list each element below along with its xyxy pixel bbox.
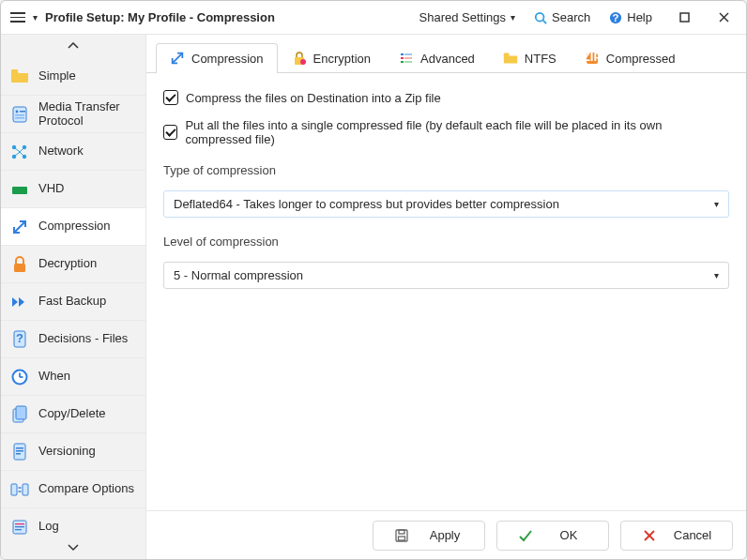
svg-rect-52 [404,57,412,59]
tab-label: Encryption [313,52,371,66]
sidebar-item-decryption[interactable]: Decryption [1,245,145,282]
network-icon [10,143,29,161]
tab-advanced[interactable]: Advanced [385,43,489,73]
svg-rect-7 [11,69,18,73]
tab-compression[interactable]: Compression [156,43,278,73]
hamburger-menu-icon[interactable] [10,12,25,23]
svg-line-23 [14,221,25,233]
sidebar-item-versioning[interactable]: Versioning [1,432,145,470]
tab-ntfs[interactable]: NTFS [489,43,571,73]
tab-label: NTFS [525,52,556,66]
vhd-icon [10,180,29,199]
checkbox-icon [163,125,177,140]
sidebar-item-log[interactable]: Log [1,507,145,537]
lock-icon [10,255,29,274]
cancel-button[interactable]: Cancel [620,521,733,551]
level-of-compression-value: 5 - Normal compression [174,268,303,282]
folder-icon [503,51,518,66]
cross-icon [642,528,657,543]
chevron-down-icon: ▾ [714,199,719,209]
sidebar-item-compare-options[interactable]: Compare Options [1,470,145,507]
svg-rect-50 [404,53,412,55]
sidebar-item-fast-backup[interactable]: Fast Backup [1,282,145,320]
search-icon [534,11,547,24]
close-button[interactable] [710,5,737,31]
ok-button[interactable]: OK [496,521,609,551]
svg-rect-59 [399,530,404,534]
sidebar-item-media-transfer-protocol[interactable]: Media Transfer Protocol [1,95,145,132]
main-panel: CompressionEncryptionAdvancedNTFSZIPComp… [146,35,746,559]
svg-rect-37 [16,453,21,455]
sidebar-item-vhd[interactable]: VHD [1,170,145,207]
sidebar-item-compression[interactable]: Compression [1,207,145,245]
help-button[interactable]: ? Help [603,7,658,28]
svg-rect-11 [15,114,24,116]
decision-icon: ? [10,330,29,349]
svg-line-21 [21,153,23,156]
svg-line-18 [15,148,19,151]
type-of-compression-value: Deflated64 - Takes longer to compress bu… [174,197,559,211]
sidebar-item-copy-delete[interactable]: Copy/Delete [1,395,145,432]
folder-icon [10,67,29,85]
svg-marker-25 [12,297,18,307]
sidebar-item-simple[interactable]: Simple [1,57,145,95]
copy-icon [10,405,29,424]
sidebar-item-label: Decryption [38,257,97,271]
svg-rect-4 [680,13,689,22]
svg-text:ZIP: ZIP [585,51,600,64]
compress-icon [170,51,185,66]
svg-rect-49 [401,53,404,55]
compression-tab-content: Compress the files on Destination into a… [146,73,746,510]
sidebar-item-label: Media Transfer Protocol [38,100,136,129]
sidebar-scroll-up[interactable] [1,35,145,57]
svg-point-9 [16,110,19,113]
svg-rect-33 [16,406,26,419]
sidebar-item-label: Network [38,144,84,159]
sidebar-item-network[interactable]: Network [1,132,145,170]
level-of-compression-label: Level of compression [163,235,729,249]
svg-rect-44 [15,526,24,527]
search-button[interactable]: Search [528,7,596,28]
chevron-down-icon[interactable]: ▾ [33,12,38,23]
tab-compressed[interactable]: ZIPCompressed [571,43,690,73]
sidebar: SimpleMedia Transfer ProtocolNetworkVHDC… [1,35,146,559]
level-of-compression-select[interactable]: 5 - Normal compression ▾ [163,262,729,289]
apply-button[interactable]: Apply [373,521,485,551]
tab-encryption[interactable]: Encryption [278,43,385,73]
log-icon [10,518,29,537]
svg-line-19 [21,148,23,151]
chevron-up-icon [68,42,79,50]
svg-rect-24 [14,264,25,272]
svg-rect-60 [399,537,405,540]
type-of-compression-label: Type of compression [163,163,729,177]
maximize-button[interactable] [671,5,697,31]
svg-rect-53 [401,61,404,63]
svg-line-46 [173,53,183,64]
cancel-label: Cancel [674,528,711,542]
svg-rect-58 [396,530,407,541]
zip-icon: ZIP [585,51,600,66]
svg-rect-12 [15,117,24,119]
help-label: Help [627,10,652,24]
sidebar-item-label: Compare Options [38,482,134,496]
svg-rect-55 [504,53,510,55]
tabs-bar: CompressionEncryptionAdvancedNTFSZIPComp… [146,35,746,73]
save-icon [394,528,409,543]
svg-rect-35 [16,447,23,449]
svg-rect-54 [404,61,412,63]
svg-point-48 [300,59,306,65]
sidebar-item-label: Compression [38,219,111,234]
version-icon [10,443,29,462]
sidebar-scroll-down[interactable] [1,537,145,559]
single-file-row[interactable]: Put all the files into a single compress… [163,118,729,146]
sidebar-item-when[interactable]: When [1,357,145,395]
sidebar-item-label: Log [38,520,59,534]
shared-settings-button[interactable]: Shared Settings ▾ [414,7,522,28]
svg-marker-26 [19,297,24,307]
sidebar-item-label: Fast Backup [38,295,106,309]
type-of-compression-select[interactable]: Deflated64 - Takes longer to compress bu… [163,190,729,218]
compress-destination-row[interactable]: Compress the files on Destination into a… [163,90,729,105]
sidebar-item-decisions-files[interactable]: ?Decisions - Files [1,320,145,357]
encrypt-icon [292,51,307,66]
apply-label: Apply [426,528,464,542]
